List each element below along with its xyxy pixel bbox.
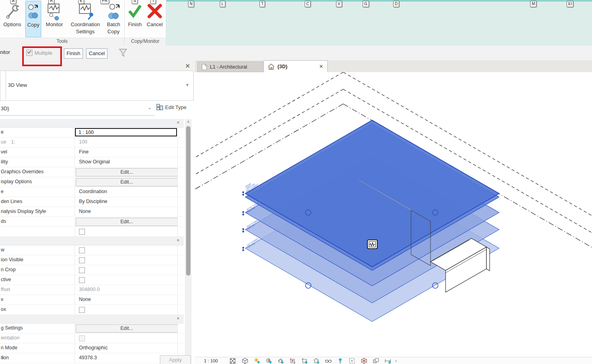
collapse-icon[interactable]: » [175,317,180,320]
prop-row-hidden-lines[interactable]: den Lines By Discipline [0,197,184,207]
ribbon-teal-accent [166,0,592,2]
reveal-constraints-icon[interactable] [384,358,391,364]
prop-row-checkbox [0,227,184,237]
wall-end-cap [486,247,490,271]
tab-label: L1 - Architectural [210,64,247,70]
prop-row-view-scale[interactable]: e 1 : 100 [0,128,184,138]
checkbox[interactable] [79,247,85,253]
checkbox[interactable] [79,307,85,313]
chevron-down-icon[interactable]: ⌄ [148,105,152,110]
edit-type-icon [156,104,163,111]
prop-row-crop-view: w [0,245,184,255]
group-header-extents[interactable]: » [0,237,184,245]
ribbon: Options Copy Monitor [0,0,592,46]
tab-3d[interactable]: {3D} ✕ [263,60,328,72]
cancel-button[interactable]: Cancel [145,1,164,36]
type-selector[interactable]: 3D View ▾ [0,71,194,101]
shadows-icon[interactable] [265,358,272,364]
displacement-sets-icon[interactable] [373,358,379,364]
batch-copy-label-2: Copy [104,28,123,35]
finish-button[interactable]: Finish [126,1,144,36]
coordination-settings-icon [76,3,94,20]
close-icon[interactable]: ✕ [184,62,192,70]
edit-button[interactable]: Edit... [76,168,178,176]
prop-row-scope-box[interactable]: x None [0,295,184,305]
monitor-icon [46,3,63,21]
batch-copy-icon [106,3,121,21]
drawing-area[interactable]: ROOF 13940 mm 3RD STOREY 12140 mm ATTIC … [194,72,592,357]
options-bar-cancel-button[interactable]: Cancel [86,48,108,59]
copy-button[interactable]: Copy [25,1,41,37]
crop-view-icon[interactable] [289,358,296,364]
prop-row-discipline[interactable]: e Coordination [0,187,184,197]
properties-palette: ✕ 3D View ▾ 3D} ⌄ Edit Type » e 1 : 100 … [0,60,195,364]
options-bar: nitor Multiple Finish Cancel [0,46,592,61]
collapse-icon[interactable]: » [175,239,180,241]
finish-check-icon [127,3,143,19]
level-plates[interactable] [245,120,499,322]
options-bar-finish-button[interactable]: Finish [64,48,83,59]
keytip-tab-n: N [188,1,194,7]
view-control-bar: 1 : 100 [194,357,592,364]
analytical-model-icon[interactable] [361,358,367,364]
palette-scrollbar[interactable]: ∧ ∨ [185,119,192,364]
3d-view[interactable]: ROOF 13940 mm 3RD STOREY 12140 mm ATTIC … [194,72,592,357]
detail-level-icon[interactable] [230,358,236,364]
tab-close-icon[interactable]: ✕ [319,63,323,69]
collapse-icon[interactable]: » [175,121,180,124]
lock-3d-view-icon[interactable] [313,358,320,364]
checkbox[interactable] [79,229,85,235]
type-name-row: 3D} ⌄ Edit Type [0,100,193,117]
view-tab-bar: L1 - Architectural {3D} ✕ [194,60,592,72]
prop-row-analysis-display-style[interactable]: nalysis Display Style None [0,207,184,217]
revit-copy-monitor-window: { "ribbon": { "panels": { "tools": "Tool… [0,0,592,364]
temporary-hide-isolate-icon[interactable] [325,358,332,364]
monitor-label: Monitor [42,21,67,28]
chevron-left-icon[interactable]: ‹ [395,358,397,364]
keytip-tab-ei: EI [567,1,573,7]
options-button[interactable]: Options [1,1,24,36]
level-head-icons [242,192,244,251]
prop-row-elevation[interactable]: tion 49378.3 [0,353,184,363]
visual-style-icon[interactable] [242,358,248,364]
crop-region-icon[interactable] [301,358,308,364]
prop-row-projection-mode[interactable]: n Mode Orthographic [0,343,184,353]
options-label: Options [1,21,24,28]
cancel-label: Cancel [145,21,164,28]
edit-type-button[interactable]: Edit Type [156,104,186,111]
group-header-camera[interactable]: » [0,315,184,324]
prop-row-ds-edit: ds Edit... [0,217,184,227]
home-icon [268,63,275,70]
filter-icon[interactable] [119,48,127,58]
coordination-settings-button[interactable]: Coordination Settings [68,1,102,36]
batch-copy-button[interactable]: Batch Copy [104,1,123,36]
prop-row-detail-level[interactable]: vel Fine [0,148,184,157]
tab-l1-architectural[interactable]: L1 - Architectural [197,61,263,72]
checkbox[interactable] [79,257,85,263]
scroll-up-icon[interactable]: ∧ [185,119,192,124]
edit-button[interactable]: Edit... [76,324,178,333]
keytip-finish: S [132,0,138,4]
view-scale-combo[interactable]: 1 : 100 [75,128,177,136]
checkbox[interactable] [79,277,85,283]
sun-path-icon[interactable] [254,358,260,364]
scale-control[interactable]: 1 : 100 [204,358,225,363]
monitor-button[interactable]: Monitor [42,1,67,36]
temporary-view-properties-icon[interactable] [349,358,356,364]
keytip-batch-copy: PR [100,0,109,4]
reveal-hidden-elements-icon[interactable] [337,358,344,364]
panel-separator [166,1,166,45]
apply-button[interactable]: Apply [160,355,191,364]
chevron-down-icon[interactable]: ▾ [186,82,188,88]
scrollbar-thumb[interactable] [186,126,190,276]
tutorial-highlight-rectangle [22,46,62,66]
coordination-label-2: Settings [68,28,102,35]
edit-button[interactable]: Edit... [76,218,178,226]
prop-row-annotation-crop: n Crop [0,265,184,275]
render-dialog-icon[interactable] [277,358,284,364]
prop-row-parts-visibility[interactable]: ility Show Original [0,157,184,167]
checkbox[interactable] [79,267,85,273]
prop-row-graphics-overrides: Graphics Overrides Edit... [0,167,184,177]
edit-button[interactable]: Edit... [76,178,178,186]
group-header-graphics[interactable]: » [0,119,184,128]
